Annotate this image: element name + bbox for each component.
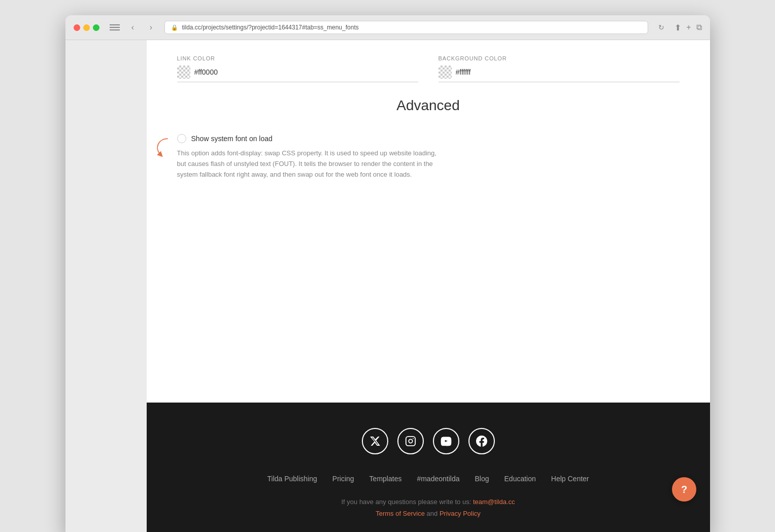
- url-bar[interactable]: 🔒 tilda.cc/projects/settings/?projectid=…: [164, 21, 649, 34]
- sidebar-toggle-icon[interactable]: [110, 22, 120, 32]
- youtube-icon[interactable]: [433, 428, 459, 454]
- footer-link-madeontilda[interactable]: #madeontilda: [417, 475, 459, 483]
- link-color-input[interactable]: [194, 68, 418, 76]
- close-button[interactable]: [74, 24, 80, 31]
- footer-link-tilda-publishing[interactable]: Tilda Publishing: [267, 475, 317, 483]
- footer-link-templates[interactable]: Templates: [369, 475, 402, 483]
- terms-of-service-link[interactable]: Terms of Service: [376, 510, 425, 517]
- link-color-label: LINK COLOR: [177, 55, 418, 61]
- footer-nav: Tilda Publishing Pricing Templates #made…: [157, 475, 700, 483]
- facebook-icon[interactable]: [468, 428, 495, 454]
- advanced-section: Advanced: [177, 97, 680, 180]
- show-system-font-checkbox[interactable]: [177, 134, 186, 143]
- and-text: and: [427, 510, 440, 517]
- settings-panel: LINK COLOR BACKGROUND COLOR: [147, 40, 710, 403]
- footer-link-help-center[interactable]: Help Center: [551, 475, 589, 483]
- left-sidebar: [65, 40, 147, 532]
- url-text: tilda.cc/projects/settings/?projectid=16…: [182, 24, 359, 31]
- system-font-option: Show system font on load This option add…: [177, 134, 441, 180]
- instagram-icon[interactable]: [397, 428, 424, 454]
- help-fab-button[interactable]: ?: [672, 477, 696, 502]
- contact-email-link[interactable]: team@tilda.cc: [473, 498, 515, 506]
- social-icons: [157, 428, 700, 454]
- browser-actions: ⬆ + ⧉: [675, 23, 701, 32]
- lock-icon: 🔒: [171, 24, 178, 31]
- share-button[interactable]: ⬆: [675, 23, 681, 32]
- new-tab-button[interactable]: +: [686, 23, 691, 32]
- help-fab-label: ?: [681, 484, 687, 495]
- footer-link-blog[interactable]: Blog: [475, 475, 489, 483]
- footer-link-education[interactable]: Education: [504, 475, 536, 483]
- forward-button[interactable]: ›: [144, 20, 158, 35]
- arrow-decoration-icon: [149, 134, 177, 162]
- privacy-policy-link[interactable]: Privacy Policy: [440, 510, 481, 517]
- maximize-button[interactable]: [93, 24, 99, 31]
- footer-links: Terms of Service and Privacy Policy: [157, 510, 700, 517]
- main-content: LINK COLOR BACKGROUND COLOR: [147, 40, 710, 532]
- background-color-swatch[interactable]: [439, 65, 452, 79]
- traffic-lights: [74, 24, 99, 31]
- reload-button[interactable]: ↻: [654, 20, 668, 35]
- browser-window: ‹ › 🔒 tilda.cc/projects/settings/?projec…: [65, 15, 710, 532]
- link-color-field: LINK COLOR: [177, 55, 418, 82]
- background-color-label: BACKGROUND COLOR: [439, 55, 680, 61]
- tab-overview-button[interactable]: ⧉: [696, 23, 702, 32]
- show-system-font-row: Show system font on load This option add…: [177, 134, 680, 180]
- background-color-field: BACKGROUND COLOR: [439, 55, 680, 82]
- svg-point-1: [409, 439, 412, 443]
- browser-content: LINK COLOR BACKGROUND COLOR: [65, 40, 710, 532]
- background-color-input[interactable]: [456, 68, 680, 76]
- show-system-font-description: This option adds font-display: swap CSS …: [177, 148, 441, 180]
- footer-link-pricing[interactable]: Pricing: [332, 475, 354, 483]
- checkbox-area: Show system font on load: [177, 134, 441, 143]
- svg-rect-0: [406, 437, 415, 446]
- back-button[interactable]: ‹: [126, 20, 140, 35]
- browser-titlebar: ‹ › 🔒 tilda.cc/projects/settings/?projec…: [65, 15, 710, 40]
- footer-area: Tilda Publishing Pricing Templates #made…: [147, 403, 710, 532]
- nav-buttons: ‹ ›: [126, 20, 158, 35]
- minimize-button[interactable]: [83, 24, 90, 31]
- color-row: LINK COLOR BACKGROUND COLOR: [177, 55, 680, 82]
- link-color-swatch[interactable]: [177, 65, 190, 79]
- link-color-input-wrap: [177, 65, 418, 82]
- twitter-icon[interactable]: [362, 428, 388, 454]
- footer-contact: If you have any questions please write t…: [157, 498, 700, 506]
- svg-point-2: [413, 438, 414, 439]
- advanced-title: Advanced: [177, 97, 680, 114]
- show-system-font-label[interactable]: Show system font on load: [191, 135, 273, 143]
- background-color-input-wrap: [439, 65, 680, 82]
